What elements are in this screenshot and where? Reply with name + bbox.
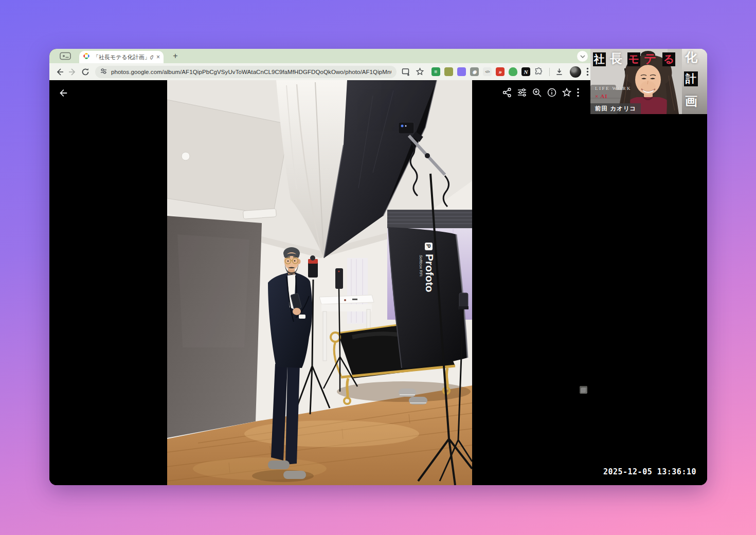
site-info-icon[interactable] [100, 67, 107, 77]
back-arrow-icon[interactable] [58, 88, 68, 100]
softbox-model-text: Softbox RFi [419, 255, 423, 276]
speaker-video-tile[interactable]: 社 長 モ テ る 化 計 画 LIFE WORK × AI 前田 カオリコ [590, 49, 707, 114]
banner-char: る [662, 52, 675, 66]
profile-avatar[interactable] [570, 66, 581, 78]
info-icon[interactable] [547, 87, 557, 100]
profoto-logo-letter: P [425, 244, 431, 248]
toolbar-divider [549, 68, 550, 76]
send-to-device-icon[interactable] [402, 68, 410, 76]
more-options-icon[interactable] [577, 87, 580, 100]
share-icon[interactable] [502, 87, 512, 100]
extensions-row: ≡ ◉ </> » N [431, 67, 543, 76]
active-tab[interactable]: 「社長モテる化計画」の写真 - G × [79, 51, 164, 63]
url-text: photos.google.com/album/AF1QipPbCgVSyUvT… [111, 69, 391, 75]
viewer-actions [502, 87, 580, 100]
profoto-softbox: P Profoto Softbox RFi [388, 227, 467, 368]
notion-extension-icon[interactable]: N [521, 67, 530, 76]
shared-browser-window: 「社長モテる化計画」の写真 - G × + photos.google.com/… [49, 49, 707, 485]
forward-icon[interactable] [68, 68, 77, 76]
camera-extension-icon[interactable]: ◉ [470, 67, 479, 76]
photo-viewer: P Profoto Softbox RFi [49, 80, 707, 485]
back-icon[interactable] [56, 68, 64, 76]
banner-char: 画 [685, 95, 697, 107]
banner-char: テ [644, 52, 657, 65]
background-caption-line2: × AI [595, 93, 608, 99]
zoom-in-icon[interactable] [532, 87, 542, 100]
banner-char: モ [627, 52, 640, 66]
backdrop-panel [167, 216, 262, 438]
address-bar[interactable]: photos.google.com/album/AF1QipPbCgVSyUvT… [95, 66, 397, 78]
purple-extension-icon[interactable] [457, 67, 466, 76]
studio-photo[interactable]: P Profoto Softbox RFi [167, 80, 472, 485]
reload-icon[interactable] [81, 68, 89, 76]
background-caption-line1: LIFE WORK [595, 86, 632, 91]
recording-timestamp: 2025-12-05 13:36:10 [603, 467, 696, 476]
tab-close-icon[interactable]: × [156, 54, 160, 60]
screen-monitor-icon[interactable] [60, 52, 71, 63]
download-icon[interactable] [555, 67, 564, 76]
google-photos-favicon [83, 52, 90, 62]
cursor-artifact-icon [580, 386, 587, 394]
extensions-puzzle-icon[interactable] [534, 67, 543, 76]
docs-extension-icon[interactable]: ≡ [431, 67, 440, 76]
favorite-star-icon[interactable] [562, 87, 572, 100]
code-extension-icon[interactable]: </> [483, 67, 492, 76]
chevron-down-icon[interactable] [577, 51, 588, 62]
tab-title: 「社長モテる化計画」の写真 - G [93, 53, 153, 61]
banner-char: 化 [685, 51, 697, 63]
bookmark-star-icon[interactable] [416, 67, 424, 76]
banner-char: 社 [593, 52, 606, 66]
participant-name-tag: 前田 カオリコ [590, 103, 641, 114]
banner-char: 計 [684, 71, 698, 86]
fastforward-extension-icon[interactable]: » [496, 67, 505, 76]
softbox-brand-text: Profoto [424, 254, 436, 292]
banner-char: 長 [610, 52, 622, 65]
camo-extension-icon[interactable] [444, 67, 453, 76]
new-tab-button[interactable]: + [170, 50, 181, 62]
frog-extension-icon[interactable] [509, 67, 517, 76]
menu-kebab-icon[interactable] [586, 67, 589, 76]
edit-tune-icon[interactable] [517, 87, 527, 100]
meeting-screen: { "page": {"bg_top": "#7b6bf2", "bg_bott… [0, 0, 756, 535]
